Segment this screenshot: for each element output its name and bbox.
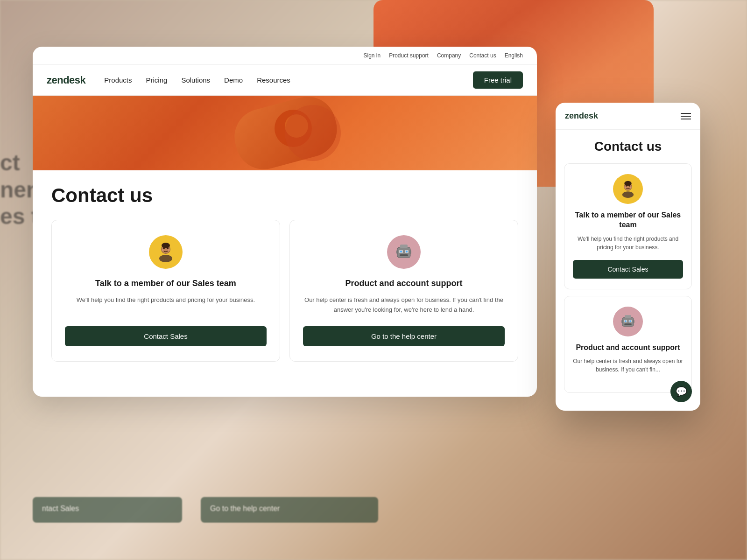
contact-sales-button[interactable]: Contact Sales bbox=[65, 326, 267, 346]
utility-company[interactable]: Company bbox=[437, 52, 461, 59]
mobile-robot-icon bbox=[619, 313, 637, 330]
svg-point-18 bbox=[622, 191, 634, 198]
chat-icon: 💬 bbox=[676, 386, 687, 397]
page-content: Contact us bbox=[33, 170, 537, 376]
svg-rect-31 bbox=[624, 323, 632, 325]
support-avatar bbox=[387, 235, 421, 269]
navigation: zendesk Products Pricing Solutions Demo … bbox=[33, 65, 537, 96]
mobile-sales-avatar bbox=[613, 174, 643, 204]
svg-point-33 bbox=[629, 320, 631, 322]
mobile-support-card-description: Our help center is fresh and always open… bbox=[573, 357, 683, 374]
svg-point-6 bbox=[162, 249, 163, 251]
mobile-sales-card-description: We'll help you find the right products a… bbox=[573, 235, 683, 252]
support-card: Product and account support Our help cen… bbox=[289, 220, 518, 362]
svg-point-1 bbox=[159, 255, 172, 262]
nav-solutions[interactable]: Solutions bbox=[181, 76, 210, 84]
svg-rect-28 bbox=[633, 320, 634, 323]
svg-rect-26 bbox=[625, 315, 631, 318]
utility-contact-us[interactable]: Contact us bbox=[469, 52, 496, 59]
svg-point-22 bbox=[624, 181, 632, 186]
svg-rect-10 bbox=[396, 250, 398, 254]
sales-card-description: We'll help you find the right products a… bbox=[77, 295, 255, 315]
mobile-card: zendesk Contact us bbox=[556, 103, 700, 411]
svg-rect-14 bbox=[400, 254, 408, 256]
mobile-page-title: Contact us bbox=[564, 139, 692, 154]
sales-card: Talk to a member of our Sales team We'll… bbox=[51, 220, 280, 362]
bottom-bar-contact-sales: ntact Sales bbox=[33, 497, 182, 523]
mobile-support-card: Product and account support Our help cen… bbox=[564, 296, 692, 393]
mobile-support-avatar bbox=[613, 307, 643, 336]
svg-rect-11 bbox=[409, 250, 411, 254]
desktop-card: Sign in Product support Company Contact … bbox=[33, 47, 537, 397]
svg-point-23 bbox=[624, 187, 626, 188]
help-center-button[interactable]: Go to the help center bbox=[303, 326, 505, 346]
nav-demo[interactable]: Demo bbox=[224, 76, 243, 84]
nav-resources[interactable]: Resources bbox=[257, 76, 290, 84]
svg-point-5 bbox=[162, 243, 170, 248]
chat-bubble-button[interactable]: 💬 bbox=[670, 381, 692, 402]
nav-links: Products Pricing Solutions Demo Resource… bbox=[104, 76, 472, 84]
nav-pricing[interactable]: Pricing bbox=[146, 76, 168, 84]
mobile-sales-card: Talk to a member of our Sales team We'll… bbox=[564, 163, 692, 289]
svg-point-24 bbox=[630, 187, 631, 188]
utility-bar: Sign in Product support Company Contact … bbox=[33, 47, 537, 65]
nav-products[interactable]: Products bbox=[104, 76, 132, 84]
svg-point-16 bbox=[406, 251, 408, 252]
svg-rect-9 bbox=[400, 245, 408, 248]
mobile-contact-sales-button[interactable]: Contact Sales bbox=[573, 260, 683, 279]
sales-avatar bbox=[149, 235, 183, 269]
utility-language[interactable]: English bbox=[505, 52, 523, 59]
mobile-content: Contact us Talk to a member of our Sales… bbox=[556, 130, 700, 410]
person-icon bbox=[155, 242, 176, 262]
robot-icon bbox=[394, 242, 414, 262]
phone-dial-decoration bbox=[275, 110, 312, 147]
mobile-support-card-title: Product and account support bbox=[576, 343, 680, 353]
svg-rect-27 bbox=[621, 320, 623, 323]
nav-logo: zendesk bbox=[47, 74, 85, 86]
sales-card-title: Talk to a member of our Sales team bbox=[95, 278, 236, 289]
support-card-title: Product and account support bbox=[345, 278, 462, 289]
nav-free-trial-button[interactable]: Free trial bbox=[473, 71, 523, 89]
mobile-person-icon bbox=[619, 180, 637, 198]
mobile-logo: zendesk bbox=[565, 111, 598, 121]
mobile-menu-button[interactable] bbox=[681, 113, 691, 119]
hero-image-strip bbox=[33, 96, 537, 170]
bottom-bar-help-center: Go to the help center bbox=[201, 497, 378, 523]
mobile-sales-card-title: Talk to a member of our Sales team bbox=[573, 210, 683, 230]
mobile-navigation: zendesk bbox=[556, 103, 700, 130]
svg-point-15 bbox=[400, 251, 402, 252]
contact-cards-row: Talk to a member of our Sales team We'll… bbox=[51, 220, 518, 362]
utility-product-support[interactable]: Product support bbox=[389, 52, 429, 59]
svg-point-32 bbox=[625, 320, 626, 322]
phone-decoration bbox=[228, 96, 343, 170]
utility-signin[interactable]: Sign in bbox=[363, 52, 381, 59]
page-title: Contact us bbox=[51, 184, 518, 207]
support-card-description: Our help center is fresh and always open… bbox=[303, 295, 505, 315]
svg-point-7 bbox=[168, 249, 170, 251]
phone-center-decoration bbox=[285, 114, 308, 138]
